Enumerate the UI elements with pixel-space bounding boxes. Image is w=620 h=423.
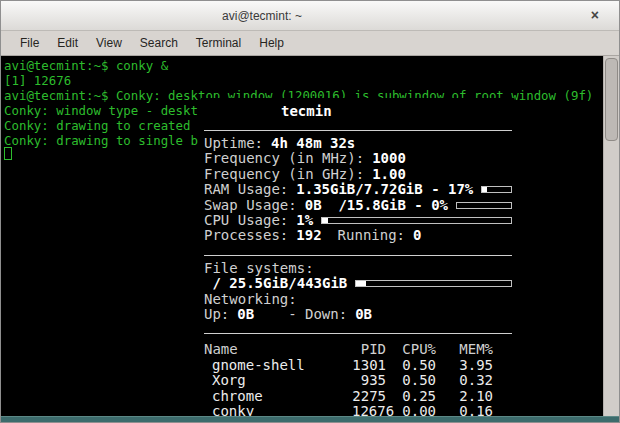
freq-mhz-value: 1000 xyxy=(372,151,406,166)
desktop-background-strip xyxy=(1,416,619,422)
window-title: avi@tecmint: ~ xyxy=(1,9,523,23)
running-value: 0 xyxy=(413,228,421,243)
title-bar[interactable]: avi@tecmint: ~ × xyxy=(1,1,619,31)
process-row: Xorg 935 0.50 0.32 xyxy=(204,373,512,389)
ram-usage-bar xyxy=(481,186,512,193)
freq-mhz-row: Frequency (in MHz):1000 xyxy=(204,151,512,166)
scrollbar-track[interactable] xyxy=(603,56,619,417)
freq-ghz-label: Frequency (in GHz): xyxy=(204,167,364,182)
terminal-window: avi@tecmint: ~ × File Edit View Search T… xyxy=(0,0,620,423)
network-updown-row: Up:0B- Down:0B xyxy=(204,307,512,322)
divider xyxy=(204,130,512,131)
menu-terminal[interactable]: Terminal xyxy=(187,32,250,54)
up-label: Up: xyxy=(204,307,229,322)
menu-help[interactable]: Help xyxy=(250,32,293,54)
swap-label: Swap Usage: xyxy=(204,198,297,213)
close-icon[interactable]: × xyxy=(591,7,599,23)
freq-mhz-label: Frequency (in MHz): xyxy=(204,151,364,166)
process-table: Name PID CPU% MEM% gnome-shell 1301 0.50… xyxy=(204,342,512,420)
conky-hostname: tecmin xyxy=(281,104,512,119)
scrollbar-thumb[interactable] xyxy=(605,58,618,141)
menu-file[interactable]: File xyxy=(11,32,48,54)
menu-view[interactable]: View xyxy=(87,32,131,54)
swap-usage-bar xyxy=(456,202,512,209)
swap-row: Swap Usage:0B /15.8GiB - 0% xyxy=(204,198,512,213)
freq-ghz-value: 1.00 xyxy=(372,167,406,182)
swap-value: 0B /15.8GiB - 0% xyxy=(305,198,448,213)
cpu-usage-bar xyxy=(321,217,512,224)
cpu-value: 1% xyxy=(296,213,313,228)
ram-label: RAM Usage: xyxy=(204,182,288,197)
terminal-line: avi@tecmint:~$ conky & xyxy=(4,58,603,73)
uptime-value: 4h 48m 32s xyxy=(271,136,355,151)
uptime-row: Uptime:4h 48m 32s xyxy=(204,136,512,151)
conky-monitor: tecmin Uptime:4h 48m 32s Frequency (in M… xyxy=(201,98,514,421)
menu-search[interactable]: Search xyxy=(131,32,187,54)
ram-value: 1.35GiB/7.72GiB - 17% xyxy=(296,182,473,197)
root-fs-value: / 25.5GiB/443GiB xyxy=(204,276,347,291)
divider xyxy=(204,333,512,334)
running-label: Running: xyxy=(338,228,405,243)
networking-heading: Networking: xyxy=(204,292,512,307)
processes-row: Processes:192Running:0 xyxy=(204,228,512,243)
uptime-label: Uptime: xyxy=(204,136,263,151)
ram-row: RAM Usage:1.35GiB/7.72GiB - 17% xyxy=(204,182,512,197)
process-row: chrome 2275 0.25 2.10 xyxy=(204,389,512,405)
menu-edit[interactable]: Edit xyxy=(48,32,87,54)
terminal-line: [1] 12676 xyxy=(4,73,603,88)
process-row: gnome-shell 1301 0.50 3.95 xyxy=(204,358,512,374)
freq-ghz-row: Frequency (in GHz):1.00 xyxy=(204,167,512,182)
down-value: 0B xyxy=(355,307,372,322)
filesystems-heading: File systems: xyxy=(204,261,512,276)
processes-value: 192 xyxy=(296,228,321,243)
root-fs-row: / 25.5GiB/443GiB xyxy=(204,276,512,291)
terminal-cursor xyxy=(4,147,12,160)
up-value: 0B xyxy=(237,307,254,322)
root-fs-bar xyxy=(355,280,512,287)
processes-label: Processes: xyxy=(204,228,288,243)
menu-bar: File Edit View Search Terminal Help xyxy=(1,31,619,56)
cpu-label: CPU Usage: xyxy=(204,213,288,228)
process-table-header: Name PID CPU% MEM% xyxy=(204,342,512,358)
down-label: - Down: xyxy=(288,307,347,322)
cpu-row: CPU Usage:1% xyxy=(204,213,512,228)
divider xyxy=(204,255,512,256)
